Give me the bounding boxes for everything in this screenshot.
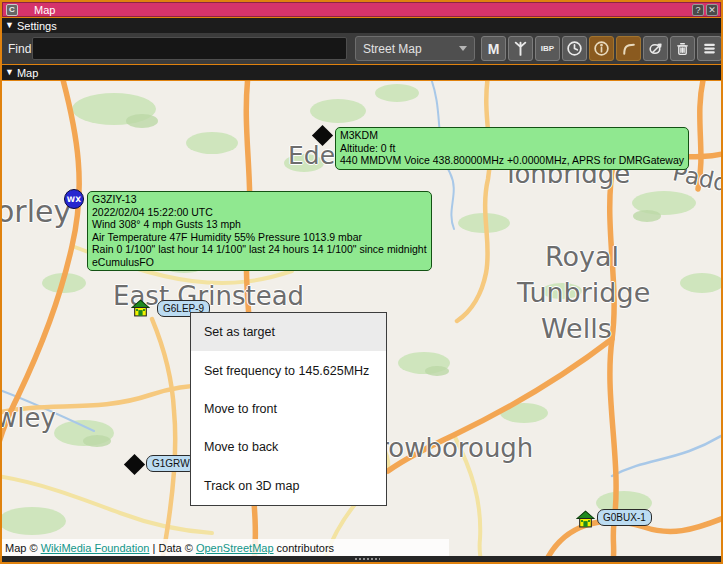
info-line: Wind 308° 4 mph Gusts 13 mph [92, 218, 427, 231]
antenna-icon [512, 40, 529, 57]
place-label: orley [2, 194, 71, 229]
menu-item-track-on-3d-map[interactable]: Track on 3D map [191, 467, 386, 505]
measure-button[interactable]: M [481, 36, 506, 61]
info-line: 440 MMDVM Voice 438.80000MHz +0.0000MHz,… [340, 154, 684, 167]
close-button[interactable]: ✕ [706, 4, 718, 16]
station-marker-g6lep-9[interactable] [131, 299, 150, 321]
curve-icon [620, 40, 637, 57]
antenna-button[interactable] [508, 36, 533, 61]
ibp-button[interactable]: IBP [535, 36, 560, 61]
hamburger-icon [701, 40, 718, 57]
info-icon [593, 40, 610, 57]
trash-icon [674, 40, 691, 57]
collapse-map-icon: ▼ [5, 68, 14, 77]
titlebar[interactable]: C Map ? ✕ [2, 2, 721, 17]
app-window: C Map ? ✕ ▼ Settings Find Street Map M I… [0, 0, 723, 564]
map-canvas[interactable]: orley Edenbridge Tonbridge Paddock Royal… [2, 81, 721, 556]
settings-section-header[interactable]: ▼ Settings [2, 18, 721, 33]
window-controls: ? ✕ [692, 4, 718, 16]
place-label: wley [2, 403, 56, 433]
settings-toolbar: Find Street Map M IBP [2, 33, 721, 64]
place-label: Royal [545, 241, 619, 272]
delete-button[interactable] [670, 36, 695, 61]
menu-item-move-to-back[interactable]: Move to back [191, 428, 386, 466]
house-icon [576, 513, 595, 532]
station-info-m3kdm: M3KDM Altitude: 0 ft 440 MMDVM Voice 438… [335, 127, 689, 170]
map-style-selected: Street Map [363, 42, 422, 56]
station-marker-g0bux-1[interactable] [576, 510, 595, 532]
station-info-g3ziy-13: G3ZIY-13 2022/02/04 15:22:00 UTC Wind 30… [87, 191, 432, 271]
info-line: 2022/02/04 15:22:00 UTC [92, 206, 427, 219]
app-icon: C [6, 4, 18, 16]
window-bottom-edge [2, 556, 721, 562]
context-menu: Set as target Set frequency to 145.625MH… [190, 312, 387, 506]
curve-toggle-button[interactable] [616, 36, 641, 61]
loop-track-button[interactable] [643, 36, 668, 61]
find-input[interactable] [32, 37, 347, 60]
info-toggle-button[interactable] [589, 36, 614, 61]
menu-item-move-to-front[interactable]: Move to front [191, 390, 386, 428]
station-label-g0bux-1[interactable]: G0BUX-1 [597, 509, 652, 526]
info-line: eCumulusFO [92, 256, 427, 269]
place-label: Wells [541, 313, 612, 344]
attribution-text: Map © [5, 542, 41, 554]
help-button[interactable]: ? [692, 4, 704, 16]
menu-item-set-as-target[interactable]: Set as target [191, 313, 386, 351]
place-label: Tunbridge [517, 277, 650, 308]
map-section-header[interactable]: ▼ Map [2, 65, 721, 80]
station-label-g1grw[interactable]: G1GRW [146, 455, 196, 472]
openstreetmap-link[interactable]: OpenStreetMap [196, 542, 274, 554]
attribution-text: contributors [274, 542, 335, 554]
chevron-down-icon [459, 46, 467, 51]
station-marker-g3ziy-13[interactable]: WX [64, 189, 84, 209]
wikimedia-link[interactable]: WikiMedia Foundation [41, 542, 150, 554]
info-line: Rain 0 1/100" last hour 14 1/100" last 2… [92, 243, 427, 256]
map-header-label: Map [17, 67, 38, 79]
info-line: Altitude: 0 ft [340, 142, 684, 155]
clock-button[interactable] [562, 36, 587, 61]
menu-item-set-frequency[interactable]: Set frequency to 145.625MHz [191, 351, 386, 389]
loop-arrow-icon [647, 40, 664, 57]
clock-icon [566, 40, 583, 57]
info-line: M3KDM [340, 129, 684, 142]
map-style-select[interactable]: Street Map [355, 36, 475, 61]
resize-grip[interactable] [354, 557, 380, 561]
house-icon [131, 302, 150, 321]
map-attribution: Map © WikiMedia Foundation | Data © Open… [2, 539, 449, 556]
settings-header-label: Settings [17, 20, 57, 32]
info-line: Air Temperature 47F Humidity 55% Pressur… [92, 231, 427, 244]
attribution-text: | Data © [149, 542, 195, 554]
window-title: Map [34, 4, 55, 16]
info-line: G3ZIY-13 [92, 193, 427, 206]
find-label: Find [8, 42, 31, 56]
collapse-settings-icon: ▼ [5, 21, 14, 30]
menu-button[interactable] [697, 36, 722, 61]
